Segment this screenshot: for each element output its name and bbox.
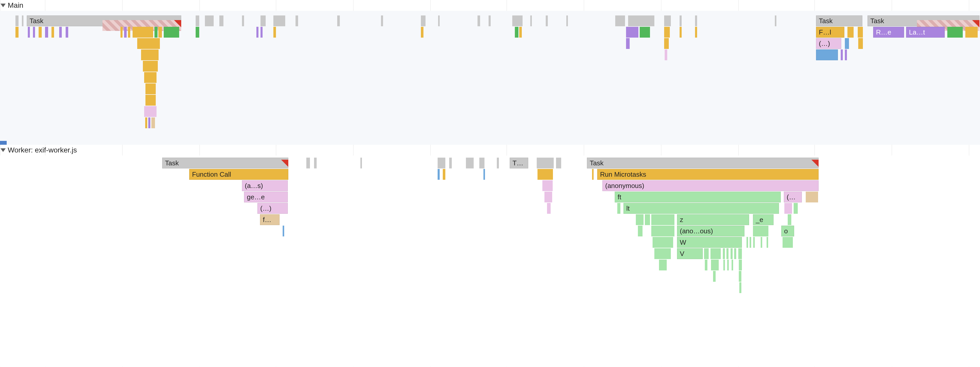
call-frame[interactable]	[753, 226, 768, 236]
task-bar[interactable]	[775, 16, 776, 26]
call-frame[interactable]	[734, 248, 736, 259]
call-frame[interactable]	[154, 27, 158, 38]
call-frame[interactable]	[547, 203, 550, 214]
call-frame[interactable]	[141, 49, 159, 60]
task-bar[interactable]	[360, 158, 362, 168]
task-bar[interactable]	[546, 16, 548, 26]
call-frame[interactable]	[51, 27, 54, 38]
call-frame[interactable]: ft	[615, 191, 781, 203]
call-frame[interactable]	[664, 27, 670, 38]
call-frame[interactable]	[713, 271, 716, 282]
call-frame[interactable]	[739, 260, 742, 270]
task-bar[interactable]: Task	[162, 158, 288, 168]
call-frame[interactable]	[515, 27, 519, 38]
call-frame[interactable]	[148, 117, 150, 128]
call-frame[interactable]	[679, 27, 682, 38]
call-frame[interactable]	[738, 248, 742, 259]
call-frame[interactable]	[845, 49, 847, 60]
call-frame[interactable]: Function Call	[189, 169, 288, 180]
call-frame[interactable]	[816, 49, 838, 60]
task-bar[interactable]	[421, 16, 425, 26]
call-frame[interactable]	[38, 27, 42, 38]
call-frame[interactable]	[144, 72, 156, 83]
call-frame[interactable]	[806, 191, 818, 203]
task-bar[interactable]	[296, 16, 298, 26]
call-frame[interactable]	[196, 27, 199, 38]
call-frame[interactable]	[794, 203, 798, 214]
task-bar[interactable]	[261, 16, 266, 26]
task-bar[interactable]	[16, 16, 19, 26]
call-frame[interactable]	[121, 27, 123, 38]
task-bar[interactable]	[314, 158, 317, 168]
call-frame[interactable]	[640, 27, 650, 38]
call-frame[interactable]	[651, 226, 675, 236]
call-frame[interactable]	[723, 260, 725, 270]
call-frame[interactable]	[421, 27, 423, 38]
call-frame[interactable]	[705, 260, 707, 270]
task-bar[interactable]	[22, 16, 24, 26]
task-bar[interactable]	[530, 16, 532, 26]
call-frame[interactable]	[164, 27, 179, 38]
call-frame[interactable]: (ano…ous)	[677, 226, 745, 236]
task-bar[interactable]	[497, 158, 499, 168]
task-bar[interactable]: Task	[27, 16, 181, 26]
call-frame[interactable]	[749, 237, 751, 248]
call-frame[interactable]	[626, 27, 638, 38]
task-bar[interactable]	[438, 16, 440, 26]
call-frame[interactable]	[261, 27, 262, 38]
call-frame[interactable]: f…	[260, 214, 280, 225]
task-bar[interactable]	[337, 16, 340, 26]
call-frame[interactable]	[711, 260, 719, 270]
task-bar[interactable]	[615, 16, 625, 26]
call-frame[interactable]	[695, 27, 697, 38]
task-bar[interactable]	[695, 16, 697, 26]
task-bar[interactable]	[274, 16, 285, 26]
call-frame[interactable]: _e	[753, 214, 773, 225]
call-frame[interactable]	[519, 27, 522, 38]
call-frame[interactable]	[45, 27, 48, 38]
call-frame[interactable]	[33, 27, 35, 38]
task-bar[interactable]	[242, 16, 244, 26]
call-frame[interactable]	[659, 260, 667, 270]
task-bar[interactable]	[537, 158, 554, 168]
call-frame[interactable]	[704, 248, 709, 259]
call-frame[interactable]	[132, 27, 153, 38]
call-frame[interactable]: (…)	[816, 38, 841, 49]
main-track-header[interactable]: Main	[0, 0, 980, 11]
call-frame[interactable]	[636, 214, 644, 225]
call-frame[interactable]	[617, 203, 620, 214]
call-frame[interactable]: (…)	[258, 203, 288, 214]
call-frame[interactable]	[732, 260, 733, 270]
task-bar[interactable]	[438, 158, 445, 168]
call-frame[interactable]	[256, 27, 258, 38]
main-track-body[interactable]: Task	[0, 11, 980, 145]
call-frame[interactable]: (…	[784, 191, 802, 203]
call-frame[interactable]	[144, 106, 156, 117]
call-frame[interactable]: R…e	[873, 27, 904, 38]
task-bar[interactable]	[628, 16, 654, 26]
call-frame[interactable]	[59, 27, 62, 38]
task-bar[interactable]	[566, 16, 568, 26]
call-frame[interactable]	[723, 248, 725, 259]
call-frame[interactable]	[739, 271, 741, 282]
call-frame[interactable]	[858, 38, 863, 49]
call-frame[interactable]: (anonymous)	[602, 180, 819, 191]
call-frame[interactable]	[443, 169, 445, 180]
task-bar[interactable]	[664, 16, 671, 26]
call-frame[interactable]	[626, 38, 630, 49]
call-frame[interactable]	[845, 38, 849, 49]
task-bar[interactable]	[477, 16, 480, 26]
task-bar[interactable]: Task	[587, 158, 819, 168]
call-frame[interactable]	[124, 27, 127, 38]
call-frame[interactable]: V	[677, 248, 703, 259]
call-frame[interactable]	[484, 169, 485, 180]
call-frame[interactable]	[727, 260, 729, 270]
task-bar[interactable]	[556, 158, 561, 168]
worker-track-body[interactable]: Task T… Task Function Call Run Microta	[0, 156, 980, 367]
call-frame[interactable]	[638, 226, 643, 236]
call-frame[interactable]	[592, 169, 593, 180]
call-frame[interactable]	[538, 169, 553, 180]
task-bar[interactable]	[449, 158, 452, 168]
call-frame[interactable]	[760, 237, 762, 248]
call-frame[interactable]	[145, 83, 156, 94]
